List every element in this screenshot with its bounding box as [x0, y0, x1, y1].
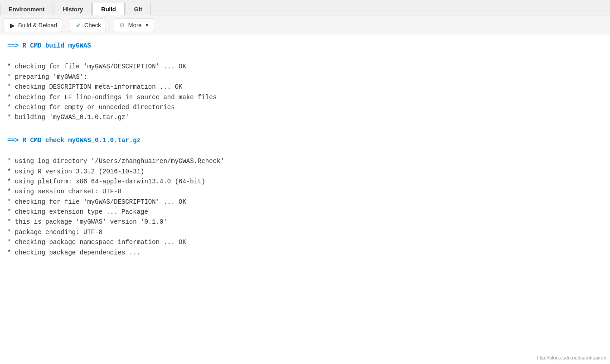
output-line-2-1: * using log directory '/Users/zhanghuair…: [7, 156, 603, 166]
watermark: http://blog.csdn.net/samhuairen: [537, 355, 606, 360]
check-button[interactable]: ✔ Check: [70, 19, 106, 32]
tab-git-label: Git: [134, 6, 142, 13]
output-line-2-6: * checking extension type ... Package: [7, 207, 603, 217]
output-line-1-4: * checking for LF line-endings in source…: [7, 92, 603, 102]
cmd2: ==> R CMD check myGWAS_0.1.0.tar.gz: [7, 135, 603, 145]
check-icon: ✔: [75, 22, 82, 29]
blank-line-1: [7, 53, 603, 62]
tab-environment-label: Environment: [9, 6, 44, 13]
tab-history[interactable]: History: [54, 3, 92, 15]
output-line-1-1: * checking for file 'myGWAS/DESCRIPTION'…: [7, 62, 603, 72]
output-line-2-4: * using session charset: UTF-8: [7, 187, 603, 196]
toolbar-divider-1: [66, 20, 66, 31]
toolbar-divider-2: [110, 20, 110, 31]
build-reload-icon: ▶: [9, 22, 16, 29]
output-line-2-9: * checking package namespace information…: [7, 237, 603, 247]
tab-git[interactable]: Git: [126, 3, 151, 15]
more-icon: ⚙: [119, 22, 126, 29]
output-block-1: * checking for file 'myGWAS/DESCRIPTION'…: [7, 62, 603, 122]
tab-history-label: History: [63, 6, 83, 13]
output-line-2-5: * checking for file 'myGWAS/DESCRIPTION'…: [7, 197, 603, 207]
check-label: Check: [84, 22, 101, 29]
output-line-2-10: * checking package dependencies ...: [7, 248, 603, 258]
build-reload-button[interactable]: ▶ Build & Reload: [4, 19, 62, 32]
output-line-2-2: * using R version 3.3.2 (2016-10-31): [7, 167, 603, 177]
output-line-2-7: * this is package 'myGWAS' version '0.1.…: [7, 217, 603, 227]
more-label: More: [128, 22, 142, 29]
blank-line-3: [7, 147, 603, 156]
blank-line-2: [7, 126, 603, 135]
output-line-1-3: * checking DESCRIPTION meta-information …: [7, 82, 603, 92]
more-dropdown-arrow: ▼: [145, 23, 149, 28]
output-line-1-6: * building 'myGWAS_0.1.0.tar.gz': [7, 112, 603, 122]
output-line-1-5: * checking for empty or unneeded directo…: [7, 102, 603, 112]
tab-bar: Environment History Build Git: [0, 0, 610, 15]
console-area: ==> R CMD build myGWAS * checking for fi…: [0, 35, 610, 364]
cmd1: ==> R CMD build myGWAS: [7, 41, 603, 51]
output-line-1-2: * preparing 'myGWAS':: [7, 72, 603, 82]
build-reload-label: Build & Reload: [18, 22, 57, 29]
more-button[interactable]: ⚙ More ▼: [114, 19, 155, 32]
tab-environment[interactable]: Environment: [0, 3, 53, 15]
output-block-2: * using log directory '/Users/zhanghuair…: [7, 156, 603, 258]
output-line-2-3: * using platform: x86_64-apple-darwin13.…: [7, 177, 603, 187]
tab-build[interactable]: Build: [92, 3, 125, 15]
tab-build-label: Build: [101, 6, 116, 13]
toolbar: ▶ Build & Reload ✔ Check ⚙ More ▼: [0, 15, 610, 35]
output-line-2-8: * package encoding: UTF-8: [7, 227, 603, 237]
